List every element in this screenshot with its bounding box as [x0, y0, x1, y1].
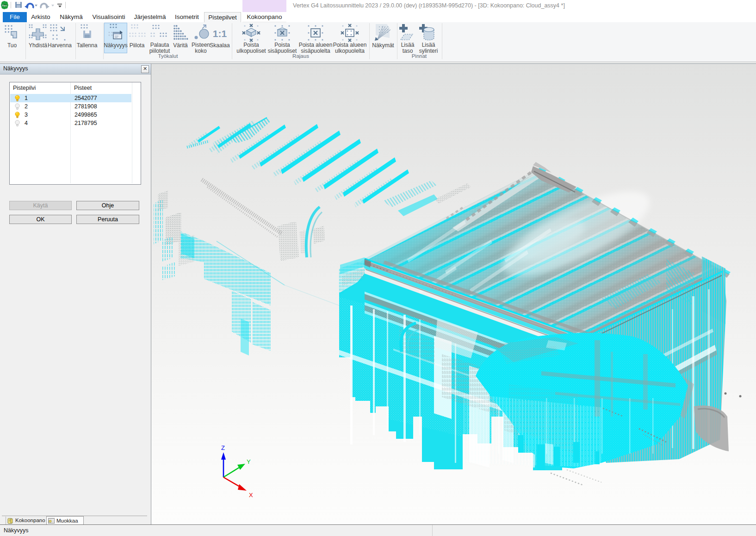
- svg-text:Y: Y: [247, 458, 251, 465]
- svg-text:Z: Z: [221, 444, 225, 451]
- svg-text:X: X: [249, 492, 253, 499]
- svg-text:Plant: Plant: [2, 5, 7, 7]
